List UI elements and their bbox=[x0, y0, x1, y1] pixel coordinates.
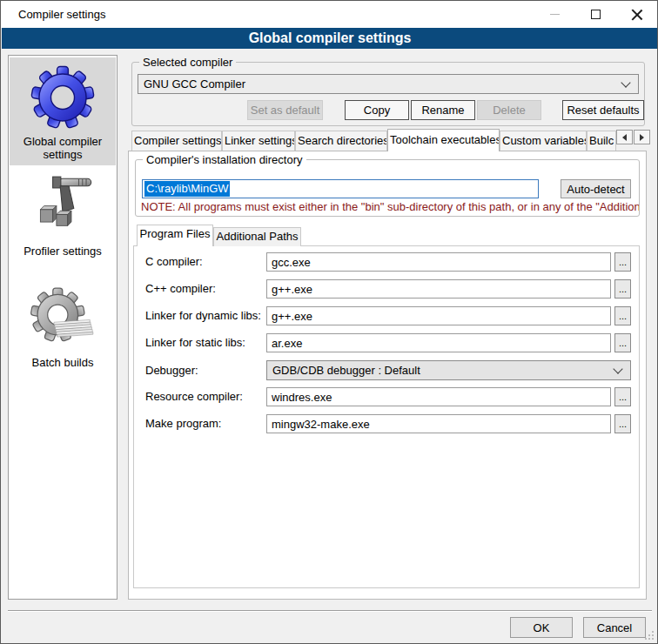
rename-button[interactable]: Rename bbox=[411, 100, 475, 120]
gray-gear-stack-icon bbox=[10, 283, 116, 354]
debugger-label: Debugger: bbox=[145, 364, 198, 377]
sidebar-item-label: Profiler settings bbox=[10, 243, 116, 263]
make-program-input[interactable] bbox=[266, 414, 611, 433]
close-button[interactable] bbox=[616, 1, 657, 28]
note-text: NOTE: All programs must exist either in … bbox=[141, 200, 639, 213]
linker-static-browse-button[interactable]: ... bbox=[614, 333, 631, 352]
cpp-compiler-browse-button[interactable]: ... bbox=[614, 279, 631, 299]
window-title: Compiler settings bbox=[18, 8, 105, 21]
resource-compiler-browse-button[interactable]: ... bbox=[614, 387, 631, 406]
debugger-value: GDB/CDB debugger : Default bbox=[267, 364, 614, 377]
selected-compiler-dropdown[interactable]: GNU GCC Compiler bbox=[138, 74, 639, 94]
footer-divider bbox=[8, 610, 652, 612]
installation-directory-input[interactable]: C:\raylib\MinGW bbox=[142, 179, 539, 198]
chevron-down-icon bbox=[621, 77, 630, 87]
linker-dynamic-browse-button[interactable]: ... bbox=[614, 306, 631, 325]
make-program-browse-button[interactable]: ... bbox=[614, 414, 631, 433]
maximize-button[interactable] bbox=[575, 1, 616, 28]
sidebar-item-label: Global compiler settings bbox=[10, 133, 116, 166]
auto-detect-button[interactable]: Auto-detect bbox=[561, 179, 631, 198]
linker-dynamic-input[interactable] bbox=[266, 306, 611, 325]
selected-compiler-value: GNU GCC Compiler bbox=[138, 77, 622, 91]
tab-scroll-right-button[interactable] bbox=[634, 130, 650, 144]
tab-custom-variables[interactable]: Custom variables bbox=[500, 131, 587, 151]
c-compiler-label: C compiler: bbox=[145, 255, 203, 268]
sidebar-item-global-compiler-settings[interactable]: Global compiler settings bbox=[10, 57, 116, 165]
window-controls bbox=[534, 1, 657, 28]
c-compiler-input[interactable] bbox=[266, 252, 611, 272]
set-as-default-button[interactable]: Set as default bbox=[247, 100, 323, 120]
c-compiler-browse-button[interactable]: ... bbox=[614, 252, 631, 272]
titlebar[interactable]: Compiler settings bbox=[1, 1, 657, 28]
ok-button[interactable]: OK bbox=[510, 617, 573, 638]
maximize-icon bbox=[591, 10, 601, 19]
blue-gear-icon bbox=[10, 62, 116, 133]
resource-compiler-label: Resource compiler: bbox=[145, 390, 243, 403]
reset-defaults-button[interactable]: Reset defaults bbox=[562, 100, 644, 120]
linker-static-label: Linker for static libs: bbox=[145, 336, 245, 349]
cancel-button[interactable]: Cancel bbox=[583, 617, 646, 638]
tab-scroll-left-button[interactable] bbox=[616, 130, 633, 144]
subtab-program-files[interactable]: Program Files bbox=[137, 225, 213, 246]
make-program-label: Make program: bbox=[145, 417, 221, 430]
linker-static-input[interactable] bbox=[266, 333, 611, 352]
installation-directory-group-label: Compiler's installation directory bbox=[143, 153, 306, 166]
tab-compiler-settings[interactable]: Compiler settings bbox=[131, 131, 222, 151]
tab-build-options-truncated[interactable]: Builc bbox=[587, 131, 616, 151]
cpp-compiler-input[interactable] bbox=[266, 279, 611, 299]
compiler-settings-dialog: Compiler settings Global compiler settin… bbox=[0, 0, 658, 644]
copy-button[interactable]: Copy bbox=[345, 100, 409, 120]
minimize-icon bbox=[550, 14, 560, 15]
selected-compiler-group-label: Selected compiler bbox=[139, 56, 236, 69]
tab-toolchain-executables[interactable]: Toolchain executables bbox=[387, 129, 500, 151]
tab-search-directories[interactable]: Search directories bbox=[295, 131, 387, 151]
page-title: Global compiler settings bbox=[2, 28, 658, 49]
minimize-button[interactable] bbox=[534, 1, 575, 28]
sidebar-item-profiler-settings[interactable]: Profiler settings bbox=[10, 167, 116, 258]
chevron-down-icon bbox=[613, 364, 622, 373]
resource-compiler-input[interactable] bbox=[266, 387, 611, 406]
debugger-dropdown[interactable]: GDB/CDB debugger : Default bbox=[266, 360, 631, 380]
cpp-compiler-label: C++ compiler: bbox=[145, 282, 216, 295]
installation-directory-selected-text: C:\raylib\MinGW bbox=[144, 181, 230, 197]
sidebar-item-label: Batch builds bbox=[10, 354, 116, 374]
linker-dynamic-label: Linker for dynamic libs: bbox=[145, 309, 261, 322]
caliper-cubes-icon bbox=[10, 171, 116, 243]
triangle-right-icon bbox=[640, 134, 644, 141]
delete-button[interactable]: Delete bbox=[477, 100, 541, 120]
triangle-left-icon bbox=[622, 134, 627, 141]
sidebar: Global compiler settings bbox=[8, 55, 118, 600]
close-icon bbox=[631, 9, 642, 20]
tab-linker-settings[interactable]: Linker settings bbox=[222, 131, 295, 151]
resize-grip-icon[interactable] bbox=[644, 630, 655, 641]
sidebar-item-batch-builds[interactable]: Batch builds bbox=[10, 278, 116, 366]
subtab-additional-paths[interactable]: Additional Paths bbox=[213, 227, 301, 246]
